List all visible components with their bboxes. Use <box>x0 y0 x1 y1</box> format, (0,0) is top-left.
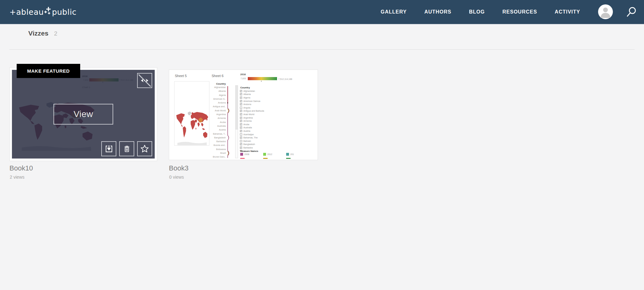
filter-item: Angola <box>240 106 264 109</box>
measure-label: 201 <box>290 153 294 155</box>
checkbox-icon <box>240 140 242 142</box>
filter-item: ✓Australia <box>240 126 264 130</box>
checkbox-icon: ✓ <box>240 120 242 122</box>
nav-link-activity[interactable]: ACTIVITY <box>555 9 580 15</box>
filter-item: ✓Argentina <box>240 116 264 120</box>
filter-item-label: Australia <box>243 126 252 129</box>
star-icon <box>140 144 149 153</box>
scrollbar[interactable] <box>235 85 238 158</box>
checkbox-icon: ✓ <box>240 143 242 145</box>
sheet6-country-label: Bosnia and.. <box>199 143 226 147</box>
filter-item: ✓Algeria <box>240 96 264 99</box>
favorite-button[interactable] <box>137 141 152 156</box>
tableau-public-profile-page: +ableau public GALLERYAUTHORSBLOGRESOURC… <box>0 0 644 290</box>
sheet6-column-header: Country <box>212 82 226 85</box>
top-nav-bar: +ableau public GALLERYAUTHORSBLOGRESOURC… <box>0 0 644 24</box>
viz-card-book3[interactable]: Sheet 5 Sheet 6 Country AfghanistanAlban… <box>169 70 318 160</box>
download-button[interactable] <box>101 141 116 156</box>
viz-title-book10[interactable]: Book10 <box>9 164 33 172</box>
user-avatar[interactable] <box>598 4 613 19</box>
viz-count: 2 <box>54 30 58 37</box>
page-title: Vizzes <box>28 30 48 37</box>
filter-item: ✓Bangladesh <box>240 143 264 146</box>
sheet6-country-label: Algeria <box>199 93 226 97</box>
filter-item: ✓Barbados <box>240 146 264 149</box>
filter-item-label: Armenia <box>243 120 252 122</box>
filter-item-label: Angola <box>243 107 250 109</box>
viz-views-book3: 0 views <box>169 175 184 180</box>
sheet6-country-label: Antigua and.. <box>199 105 226 109</box>
measure-legend-partial <box>240 158 309 159</box>
filter-item-label: Argentina <box>243 117 253 119</box>
viz-views-book10: 2 views <box>10 175 25 180</box>
filter-item-label: Bahamas, The <box>243 137 258 139</box>
sheet6-country-label: Argentina <box>199 113 226 116</box>
checkbox-icon: ✓ <box>240 90 242 92</box>
sheet6-country-label: Botswana <box>199 148 226 151</box>
filter-item: ✓Bahamas, The <box>240 136 264 139</box>
nav-link-gallery[interactable]: GALLERY <box>381 9 407 15</box>
measure-swatch <box>263 153 266 156</box>
checkbox-icon: ✓ <box>240 97 242 99</box>
tableau-public-logo[interactable]: +ableau public <box>9 7 76 17</box>
checkbox-icon: ✓ <box>240 100 242 102</box>
filter-item: ✓American Samoa <box>240 99 264 103</box>
measure-names-title: Measure Names <box>240 150 258 153</box>
measure-legend-item: 201 <box>286 153 309 156</box>
legend-min: 7,600 <box>241 77 246 80</box>
search-icon[interactable] <box>626 6 637 18</box>
filter-item: ✓Austria <box>240 129 264 133</box>
sheet6-country-label: Australia <box>199 124 226 128</box>
checkbox-icon: ✓ <box>240 130 242 132</box>
sheet6-country-label: American S.. <box>199 97 226 101</box>
checkbox-icon: ✓ <box>240 113 242 115</box>
sheet6-country-label: Arab World <box>199 109 226 113</box>
checkbox-icon: ✓ <box>240 126 242 129</box>
checkbox-icon: ✓ <box>240 93 242 95</box>
nav-links: GALLERYAUTHORSBLOGRESOURCESACTIVITY <box>381 9 580 15</box>
filter-item: Bahrain <box>240 139 264 143</box>
card-action-row <box>101 141 152 156</box>
filter-item: ✓Arab World <box>240 113 264 116</box>
make-featured-badge[interactable]: MAKE FEATURED <box>17 64 80 78</box>
filter-item-label: Afghanistan <box>243 90 255 92</box>
sheet6-country-label: Afghanistan <box>199 86 226 89</box>
tableau-sparkle-icon <box>44 7 51 15</box>
view-button[interactable]: View <box>53 104 113 125</box>
scrollbar-thumb[interactable] <box>236 86 238 130</box>
sheet6-country-label: Armenia <box>199 116 226 120</box>
nav-link-blog[interactable]: BLOG <box>469 9 485 15</box>
toggle-visibility-button[interactable] <box>137 73 152 88</box>
filter-item: ✓Armenia <box>240 119 264 123</box>
filter-title: Country <box>240 86 250 89</box>
sheet5-title: Sheet 5 <box>175 74 187 78</box>
measure-swatch-partial <box>286 158 291 159</box>
filter-item: ✓Albania <box>240 93 264 96</box>
filter-item-label: Bahrain <box>243 140 251 142</box>
filter-item: ✓Aruba <box>240 123 264 126</box>
checkbox-icon: ✓ <box>240 123 242 125</box>
sheet6-title: Sheet 6 <box>212 74 224 78</box>
delete-button[interactable] <box>119 141 134 156</box>
trash-icon <box>123 145 131 153</box>
sheet6-country-label: Austria <box>199 128 226 132</box>
nav-link-resources[interactable]: RESOURCES <box>502 9 537 15</box>
checkbox-icon: ✓ <box>240 117 242 119</box>
legend-max: 7,512,114,188 <box>278 78 292 80</box>
logo-text-public: public <box>52 8 76 17</box>
filter-item-label: Algeria <box>243 97 250 99</box>
nav-link-authors[interactable]: AUTHORS <box>424 9 451 15</box>
filter-item: ✓Afghanistan <box>240 89 264 93</box>
filter-item-label: Antigua and Barbuda <box>243 110 264 112</box>
checkbox-icon: ✓ <box>240 137 242 139</box>
ridge-chart <box>226 86 231 158</box>
page-head: Vizzes2 <box>28 30 57 37</box>
measure-legend: 20082012201 <box>240 153 309 156</box>
viz-card-book10[interactable]: 2016 7,600 7,512,314,188 Chart 1 View <box>9 67 157 161</box>
sheet6-country-label: Bahamas, T.. <box>199 132 226 136</box>
measure-swatch <box>286 153 289 156</box>
filter-item-label: Andorra <box>243 103 251 105</box>
viz-title-book3[interactable]: Book3 <box>169 164 188 172</box>
filter-item: ✓Andorra <box>240 103 264 106</box>
person-icon <box>598 4 613 19</box>
